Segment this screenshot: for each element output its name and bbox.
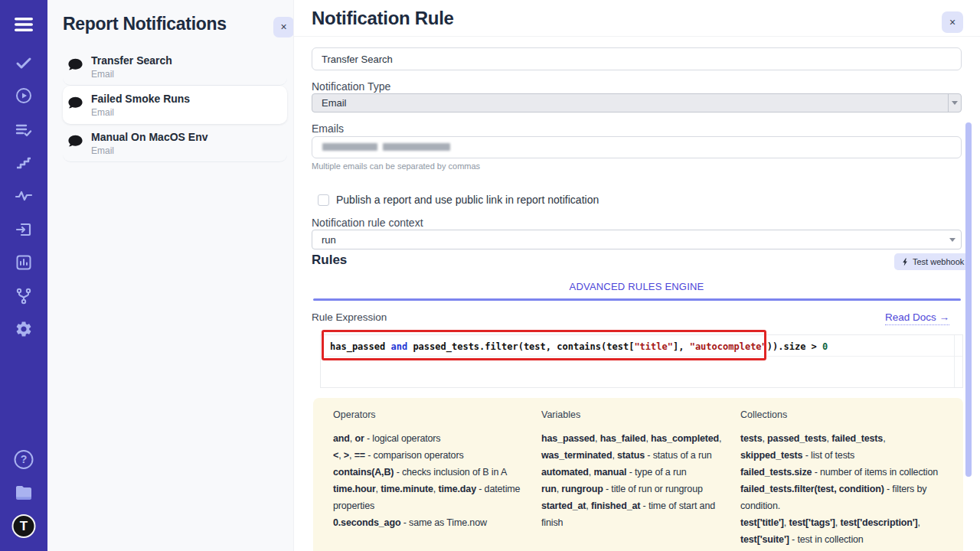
chevron-down-icon: [949, 238, 956, 242]
notification-type: Email: [91, 145, 207, 158]
tab-active-indicator: [313, 298, 961, 301]
notification-type-value: Email: [322, 97, 347, 109]
library-folder-icon[interactable]: [14, 483, 34, 501]
help-column-header: Operators: [333, 409, 526, 420]
help-column: Variableshas_passed, has_failed, has_com…: [541, 409, 725, 548]
help-entry: started_at, finished_at - time of start …: [541, 497, 725, 531]
help-entry: 0.seconds_ago - same as Time.now: [333, 514, 526, 531]
help-entry: tests, passed_tests, failed_tests, skipp…: [740, 430, 943, 464]
help-entry: run, rungroup - title of run or rungroup: [541, 481, 725, 497]
help-entry: <, >, == - comparison operators: [333, 447, 526, 464]
menu-icon[interactable]: [14, 15, 34, 34]
main-scrollbar-thumb[interactable]: [965, 122, 972, 477]
help-entry: failed_tests.filter(test, condition) - f…: [740, 481, 943, 514]
logo-letter: T: [12, 514, 36, 538]
editor-scroll-divider: [954, 335, 955, 387]
publish-report-label: Publish a report and use public link in …: [336, 194, 599, 206]
help-column-header: Variables: [541, 409, 725, 420]
emails-label: Emails: [312, 122, 344, 135]
help-entry: failed_tests.size - number of items in c…: [740, 464, 943, 481]
webhook-plug-icon: [901, 258, 910, 266]
context-label: Notification rule context: [312, 217, 423, 229]
help-entry: time.hour, time.minute, time.day - datet…: [333, 481, 526, 514]
panel-close-button[interactable]: ×: [942, 11, 963, 33]
expression-help-panel: Operatorsand, or - logical operators<, >…: [313, 398, 963, 551]
redacted-email-value: [322, 143, 450, 151]
notification-type-label: Notification Type: [312, 80, 390, 93]
notification-list-item[interactable]: Transfer SearchEmail: [63, 47, 287, 86]
code-line[interactable]: has_passed and passed_tests.filter(test,…: [321, 335, 962, 357]
test-webhook-label: Test webhook: [913, 257, 964, 266]
app-sidebar: ? T: [0, 0, 47, 551]
page-title: Notification Rule: [312, 8, 454, 29]
help-icon[interactable]: ?: [15, 450, 34, 469]
sign-in-icon[interactable]: [15, 220, 33, 239]
help-entry: contains(A,B) - checks inclusion of B in…: [333, 464, 526, 481]
read-docs-link[interactable]: Read Docs →: [885, 311, 949, 325]
notification-rule-panel: Notification Rule × Notification Type Em…: [293, 0, 980, 551]
title-divider: [294, 36, 980, 37]
help-entry: and, or - logical operators: [333, 430, 526, 447]
help-entry: automated, manual - type of a run: [541, 464, 725, 481]
rules-heading: Rules: [312, 253, 347, 268]
help-entry: was_terminated, status - status of a run: [541, 447, 725, 464]
activity-icon[interactable]: [15, 187, 33, 205]
bar-chart-icon[interactable]: [15, 253, 33, 272]
notification-type: Email: [91, 68, 172, 81]
rule-expression-label: Rule Expression: [312, 311, 387, 323]
chat-bubble-icon: [67, 96, 83, 111]
help-column-header: Collections: [740, 409, 943, 420]
settings-gear-icon[interactable]: [15, 320, 33, 338]
emails-hint: Multiple emails can be separated by comm…: [312, 161, 480, 171]
help-column: Operatorsand, or - logical operators<, >…: [333, 409, 526, 548]
notification-list: Transfer SearchEmailFailed Smoke RunsEma…: [63, 47, 287, 162]
rule-expression-editor[interactable]: has_passed and passed_tests.filter(test,…: [320, 334, 963, 388]
publish-report-checkbox[interactable]: [318, 194, 329, 206]
tab-advanced-rules-engine[interactable]: ADVANCED RULES ENGINE: [312, 281, 962, 292]
notification-type-select[interactable]: Email: [312, 93, 962, 112]
branch-icon[interactable]: [15, 287, 33, 305]
test-webhook-button[interactable]: Test webhook: [894, 253, 971, 270]
play-circle-icon[interactable]: [15, 86, 33, 105]
steps-icon[interactable]: [15, 153, 33, 171]
help-column: Collectionstests, passed_tests, failed_t…: [740, 409, 943, 548]
drawer-close-button[interactable]: ×: [273, 17, 294, 37]
help-glyph: ?: [15, 450, 34, 469]
rule-name-input[interactable]: [312, 47, 962, 70]
notification-title: Transfer Search: [91, 54, 172, 68]
context-select[interactable]: run: [312, 230, 962, 249]
chevron-down-icon: [948, 94, 961, 112]
drawer-title: Report Notifications: [63, 14, 227, 34]
notification-title: Manual On MacOS Env: [91, 130, 207, 145]
notification-list-item[interactable]: Failed Smoke RunsEmail: [63, 86, 287, 124]
notification-type: Email: [91, 106, 190, 119]
notification-title: Failed Smoke Runs: [91, 92, 190, 106]
help-entry: test['title'], test['tags'], test['descr…: [740, 514, 943, 548]
help-entry: has_passed, has_failed, has_completed,: [541, 430, 725, 447]
report-notifications-panel: Report Notifications × Transfer SearchEm…: [47, 0, 293, 551]
chat-bubble-icon: [67, 58, 83, 73]
list-check-icon[interactable]: [15, 121, 33, 139]
app-logo[interactable]: T: [12, 514, 36, 538]
notification-list-item[interactable]: Manual On MacOS EnvEmail: [63, 124, 287, 162]
chat-bubble-icon: [67, 135, 83, 149]
app-window: ? T Report Notifications × Transfer Sear…: [0, 0, 980, 551]
check-icon[interactable]: [15, 54, 33, 72]
context-value: run: [322, 234, 336, 246]
